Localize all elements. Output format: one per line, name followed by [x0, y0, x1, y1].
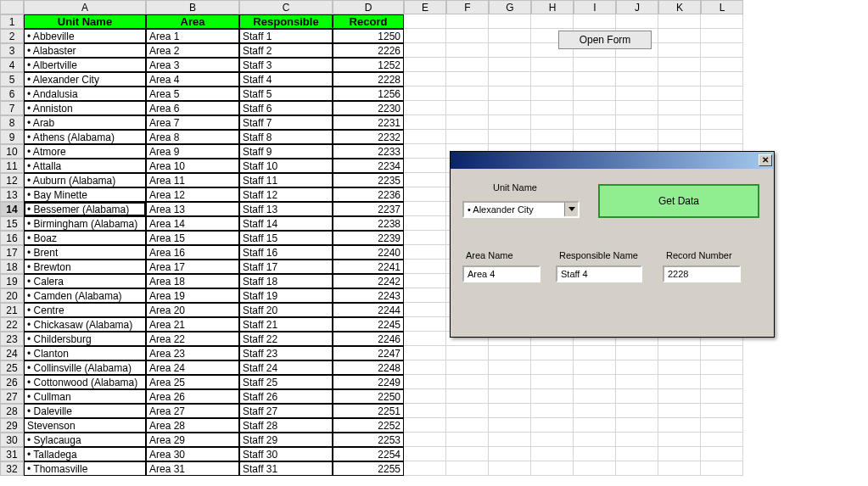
- row-header[interactable]: 7: [0, 101, 24, 115]
- cell-record[interactable]: 2226: [333, 43, 404, 58]
- empty-cell[interactable]: [658, 29, 701, 43]
- row-header[interactable]: 23: [0, 332, 24, 346]
- empty-cell[interactable]: [531, 130, 574, 144]
- row-header[interactable]: 24: [0, 346, 24, 360]
- cell-record[interactable]: 2235: [333, 173, 404, 187]
- cell-responsible[interactable]: Staff 2: [239, 43, 333, 58]
- empty-cell[interactable]: [489, 14, 531, 29]
- empty-cell[interactable]: [404, 418, 446, 433]
- cell-responsible[interactable]: Staff 10: [239, 159, 333, 173]
- empty-cell[interactable]: [404, 389, 446, 404]
- cell-area[interactable]: Area 17: [146, 260, 239, 274]
- cell-responsible[interactable]: Staff 16: [239, 245, 333, 260]
- row-header[interactable]: 15: [0, 216, 24, 231]
- cell-unit[interactable]: Stevenson: [24, 418, 146, 433]
- empty-cell[interactable]: [404, 216, 446, 231]
- empty-cell[interactable]: [616, 404, 658, 418]
- cell-area[interactable]: Area 22: [146, 332, 239, 346]
- empty-cell[interactable]: [616, 115, 658, 130]
- row-header[interactable]: 25: [0, 360, 24, 375]
- cell-area[interactable]: Area 4: [146, 72, 239, 87]
- empty-cell[interactable]: [574, 346, 616, 360]
- cell-record[interactable]: 2245: [333, 317, 404, 332]
- empty-cell[interactable]: [658, 447, 701, 461]
- cell-responsible[interactable]: Staff 14: [239, 216, 333, 231]
- empty-cell[interactable]: [489, 130, 531, 144]
- empty-cell[interactable]: [616, 433, 658, 447]
- cell-record[interactable]: 2228: [333, 72, 404, 87]
- cell-record[interactable]: 2239: [333, 231, 404, 245]
- unit-name-combobox[interactable]: • Alexander City: [462, 201, 580, 218]
- cell-area[interactable]: Area 5: [146, 87, 239, 101]
- row-header[interactable]: 29: [0, 418, 24, 433]
- empty-cell[interactable]: [658, 375, 701, 389]
- empty-cell[interactable]: [446, 360, 489, 375]
- empty-cell[interactable]: [404, 58, 446, 72]
- row-header[interactable]: 9: [0, 130, 24, 144]
- cell-unit[interactable]: • Camden (Alabama): [24, 288, 146, 303]
- empty-cell[interactable]: [658, 115, 701, 130]
- cell-record[interactable]: 2253: [333, 433, 404, 447]
- empty-cell[interactable]: [446, 433, 489, 447]
- cell-area[interactable]: Area 28: [146, 418, 239, 433]
- cell-responsible[interactable]: Staff 3: [239, 58, 333, 72]
- empty-cell[interactable]: [616, 346, 658, 360]
- cell-unit[interactable]: • Collinsville (Alabama): [24, 360, 146, 375]
- empty-cell[interactable]: [531, 389, 574, 404]
- row-header[interactable]: 12: [0, 173, 24, 187]
- cell-unit[interactable]: • Clanton: [24, 346, 146, 360]
- cell-unit[interactable]: • Talladega: [24, 447, 146, 461]
- row-header[interactable]: 32: [0, 461, 24, 476]
- empty-cell[interactable]: [616, 101, 658, 115]
- empty-cell[interactable]: [446, 389, 489, 404]
- empty-cell[interactable]: [574, 433, 616, 447]
- cell-area[interactable]: Area 2: [146, 43, 239, 58]
- cell-unit[interactable]: • Thomasville: [24, 461, 146, 476]
- cell-responsible[interactable]: Staff 21: [239, 317, 333, 332]
- empty-cell[interactable]: [489, 389, 531, 404]
- cell-unit[interactable]: • Attalla: [24, 159, 146, 173]
- cell-record[interactable]: 2250: [333, 389, 404, 404]
- empty-cell[interactable]: [446, 43, 489, 58]
- row-header[interactable]: 22: [0, 317, 24, 332]
- cell-area[interactable]: Area 21: [146, 317, 239, 332]
- empty-cell[interactable]: [489, 346, 531, 360]
- empty-cell[interactable]: [404, 274, 446, 288]
- empty-cell[interactable]: [531, 87, 574, 101]
- empty-cell[interactable]: [701, 115, 743, 130]
- cell-unit[interactable]: • Athens (Alabama): [24, 130, 146, 144]
- empty-cell[interactable]: [489, 58, 531, 72]
- empty-cell[interactable]: [658, 461, 701, 476]
- empty-cell[interactable]: [658, 87, 701, 101]
- cell-responsible[interactable]: Staff 5: [239, 87, 333, 101]
- cell-area[interactable]: Area 12: [146, 187, 239, 202]
- row-header[interactable]: 17: [0, 245, 24, 260]
- empty-cell[interactable]: [489, 360, 531, 375]
- empty-cell[interactable]: [404, 447, 446, 461]
- empty-cell[interactable]: [574, 447, 616, 461]
- cell-area[interactable]: Area 30: [146, 447, 239, 461]
- cell-area[interactable]: Area 23: [146, 346, 239, 360]
- empty-cell[interactable]: [404, 202, 446, 216]
- cell-unit[interactable]: • Birmingham (Alabama): [24, 216, 146, 231]
- cell-unit[interactable]: • Bay Minette: [24, 187, 146, 202]
- cell-record[interactable]: 2251: [333, 404, 404, 418]
- header-record[interactable]: Record: [333, 14, 404, 29]
- empty-cell[interactable]: [701, 346, 743, 360]
- cell-area[interactable]: Area 6: [146, 101, 239, 115]
- empty-cell[interactable]: [404, 144, 446, 159]
- row-header[interactable]: 20: [0, 288, 24, 303]
- empty-cell[interactable]: [531, 404, 574, 418]
- cell-area[interactable]: Area 15: [146, 231, 239, 245]
- row-header[interactable]: 2: [0, 29, 24, 43]
- empty-cell[interactable]: [574, 115, 616, 130]
- empty-cell[interactable]: [446, 14, 489, 29]
- cell-responsible[interactable]: Staff 29: [239, 433, 333, 447]
- cell-record[interactable]: 2230: [333, 101, 404, 115]
- empty-cell[interactable]: [531, 447, 574, 461]
- empty-cell[interactable]: [574, 404, 616, 418]
- cell-area[interactable]: Area 27: [146, 404, 239, 418]
- cell-responsible[interactable]: Staff 11: [239, 173, 333, 187]
- cell-responsible[interactable]: Staff 27: [239, 404, 333, 418]
- row-header[interactable]: 18: [0, 260, 24, 274]
